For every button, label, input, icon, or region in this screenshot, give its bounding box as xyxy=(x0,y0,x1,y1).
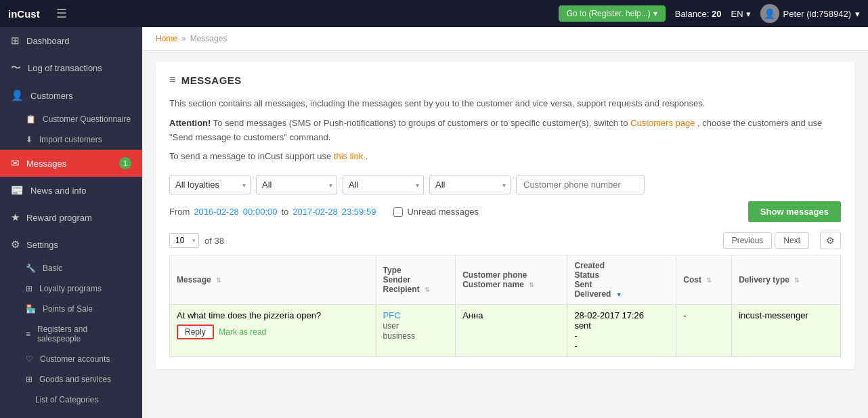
filters-row: All loyalties All All xyxy=(169,175,841,194)
register-button[interactable]: Go to (Register. help...) ▾ xyxy=(559,5,666,22)
col-label-customer: Customer phoneCustomer name xyxy=(462,270,527,289)
filter3-select[interactable]: All xyxy=(343,175,424,194)
cell-type: PFC user business xyxy=(376,305,456,357)
loyalty-icon: ⊞ xyxy=(26,284,32,293)
col-header-message[interactable]: Message ⇅ xyxy=(170,255,376,305)
cell-status: 28-02-2017 17:26 sent - - xyxy=(567,305,676,357)
sidebar-item-customers[interactable]: 👤 Customers xyxy=(0,82,142,109)
sidebar-item-label: Dashboard xyxy=(26,36,70,46)
avatar: 👤 xyxy=(760,4,779,23)
sidebar-item-list-categories[interactable]: List of Categories xyxy=(0,390,142,410)
support-link[interactable]: this link xyxy=(334,151,363,161)
main-content: Home » Messages ≡ MESSAGES This section … xyxy=(142,27,868,418)
sidebar-item-dashboard[interactable]: ⊞ Dashboard xyxy=(0,27,142,54)
col-label-cost: Cost xyxy=(683,275,701,285)
sort-icon-type: ⇅ xyxy=(425,287,430,293)
col-header-delivery[interactable]: Delivery type ⇅ xyxy=(732,255,841,305)
cell-customer: Анна xyxy=(456,305,567,357)
type-sub2: business xyxy=(383,331,415,341)
unread-label: Unread messages xyxy=(407,207,479,217)
per-page-wrapper: 10 xyxy=(169,233,199,248)
page-content-area: ≡ MESSAGES This section contains all mes… xyxy=(142,51,868,418)
sort-icon-customer: ⇅ xyxy=(529,283,534,289)
breadcrumb: Home » Messages xyxy=(142,27,868,51)
chevron-down-icon: ▾ xyxy=(746,9,751,19)
filter2-wrapper: All xyxy=(256,175,337,194)
table-settings-button[interactable]: ⚙ xyxy=(820,232,841,249)
filter4-wrapper: All xyxy=(429,175,511,194)
phone-filter[interactable] xyxy=(516,175,645,194)
message-actions: Reply Mark as read xyxy=(177,325,369,339)
total-count: of 38 xyxy=(204,236,224,246)
breadcrumb-separator: » xyxy=(181,34,186,43)
col-header-status[interactable]: CreatedStatusSentDelivered ▼ xyxy=(567,255,676,305)
sidebar-item-customer-questionnaire[interactable]: 📋 Customer Questionnaire xyxy=(0,109,142,129)
unread-checkbox[interactable] xyxy=(393,207,403,217)
filter4-select[interactable]: All xyxy=(429,175,511,194)
col-header-customer[interactable]: Customer phoneCustomer name ⇅ xyxy=(456,255,567,305)
customer-name: Анна xyxy=(462,310,560,320)
doc-icon: 📋 xyxy=(26,114,36,124)
sidebar-item-points-of-sale[interactable]: 🏪 Points of Sale xyxy=(0,299,142,319)
col-header-cost[interactable]: Cost ⇅ xyxy=(676,255,732,305)
sidebar-item-messages[interactable]: ✉ Messages 1 xyxy=(0,150,142,177)
sidebar-item-import-customers[interactable]: ⬇ Import customers xyxy=(0,129,142,150)
messages-title-icon: ≡ xyxy=(169,74,176,86)
show-messages-button[interactable]: Show messages xyxy=(748,201,841,222)
col-label-type: TypeSenderRecipient xyxy=(383,266,420,294)
sidebar-item-label: Basic xyxy=(43,264,62,273)
type-sub1: user xyxy=(383,321,399,331)
sidebar-item-label: Reward program xyxy=(26,213,92,223)
loyalty-filter[interactable]: All loyalties xyxy=(169,175,251,194)
balance-display: Balance: 20 xyxy=(675,9,722,19)
from-time-link[interactable]: 00:00:00 xyxy=(243,207,278,217)
filter3-wrapper: All xyxy=(343,175,424,194)
messages-icon: ✉ xyxy=(11,157,20,169)
customers-page-link[interactable]: Customers page xyxy=(630,118,695,128)
attention-text: Attention! To send messages (SMS or Push… xyxy=(169,117,841,145)
sidebar-item-basic[interactable]: 🔧 Basic xyxy=(0,258,142,278)
logo-text: inCust xyxy=(8,8,40,20)
mark-read-link[interactable]: Mark as read xyxy=(219,327,266,337)
chevron-down-icon: ▾ xyxy=(855,9,860,19)
sidebar-item-registers-salespeople[interactable]: ≡ Registers and salespeople xyxy=(0,319,142,349)
page-title: ≡ MESSAGES xyxy=(169,74,841,86)
language-selector[interactable]: EN ▾ xyxy=(731,9,750,19)
topbar: inCust ☰ Go to (Register. help...) ▾ Bal… xyxy=(0,0,868,27)
user-menu[interactable]: 👤 Peter (id:758942) ▾ xyxy=(760,4,860,23)
messages-badge: 1 xyxy=(119,157,131,169)
created-time: 28-02-2017 17:26 xyxy=(574,310,669,320)
sidebar-item-goods-services[interactable]: ⊞ Goods and services xyxy=(0,369,142,390)
sidebar-item-news-info[interactable]: 📰 News and info xyxy=(0,177,142,204)
col-header-type[interactable]: TypeSenderRecipient ⇅ xyxy=(376,255,456,305)
filter2-select[interactable]: All xyxy=(256,175,337,194)
from-date-link[interactable]: 2016-02-28 xyxy=(194,207,239,217)
messages-card: ≡ MESSAGES This section contains all mes… xyxy=(156,62,854,369)
prev-button[interactable]: Previous xyxy=(723,232,773,249)
type-link[interactable]: PFC xyxy=(383,310,401,320)
sidebar-item-loyalty-programs[interactable]: ⊞ Loyalty programs xyxy=(0,278,142,299)
sort-icon-delivery: ⇅ xyxy=(794,278,800,284)
to-time-link[interactable]: 23:59:59 xyxy=(342,207,376,217)
accounts-icon: ♡ xyxy=(26,354,33,364)
next-button[interactable]: Next xyxy=(775,232,809,249)
support-text: To send a message to inCust support use … xyxy=(169,150,841,164)
from-label: From xyxy=(169,207,190,217)
per-page-select[interactable]: 10 xyxy=(169,233,199,248)
sidebar-item-label: News and info xyxy=(30,186,86,196)
col-label-message: Message xyxy=(177,275,211,285)
date-range-row: From 2016-02-28 00:00:00 to 2017-02-28 2… xyxy=(169,201,841,222)
sidebar-item-reward-program[interactable]: ★ Reward program xyxy=(0,204,142,231)
hamburger-icon[interactable]: ☰ xyxy=(56,6,67,21)
to-date-link[interactable]: 2017-02-28 xyxy=(292,207,338,217)
to-label: to xyxy=(281,207,288,217)
table-row: At what time does the pizzeria open? Rep… xyxy=(170,305,841,357)
sidebar-item-settings[interactable]: ⚙ Settings xyxy=(0,231,142,258)
breadcrumb-home[interactable]: Home xyxy=(156,34,177,43)
sidebar-item-log-transactions[interactable]: 〜 Log of transactions xyxy=(0,54,142,82)
registers-icon: ≡ xyxy=(26,329,30,339)
sidebar-item-label: Customers xyxy=(30,91,73,101)
app-logo: inCust xyxy=(8,8,40,20)
sidebar-item-customer-accounts[interactable]: ♡ Customer accounts xyxy=(0,349,142,369)
reply-button[interactable]: Reply xyxy=(177,325,214,339)
